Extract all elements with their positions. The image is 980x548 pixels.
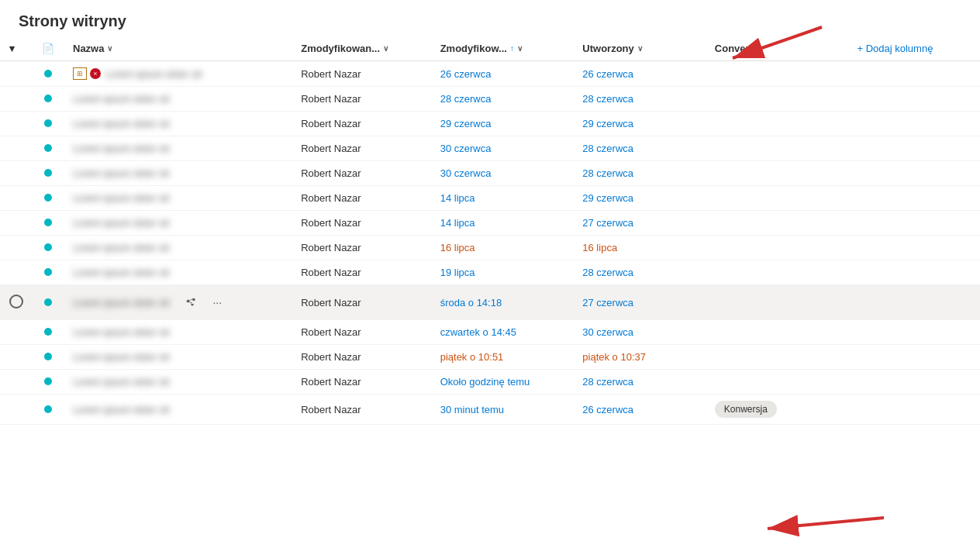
row-created-cell[interactable]: 28 czerwca: [573, 87, 706, 112]
row-created-cell[interactable]: 28 czerwca: [573, 370, 706, 395]
row-created-date[interactable]: 28 czerwca: [582, 93, 633, 105]
row-modified-date[interactable]: 30 minut temu: [440, 404, 504, 415]
page-layout-icon[interactable]: ⊞: [73, 67, 87, 80]
row-created-date[interactable]: 28 czerwca: [582, 167, 633, 179]
row-created-cell[interactable]: 26 czerwca: [573, 61, 706, 87]
row-created-cell[interactable]: 30 czerwca: [573, 320, 706, 345]
row-modified-date[interactable]: 28 czerwca: [440, 93, 492, 105]
convert-badge[interactable]: Konwersja: [715, 401, 777, 418]
row-modified-cell[interactable]: 30 czerwca: [431, 136, 574, 161]
header-modified[interactable]: Zmodyfikow... ↑ ∨: [431, 36, 574, 61]
row-checkbox[interactable]: [9, 295, 23, 308]
row-created-date[interactable]: 29 czerwca: [582, 192, 633, 204]
row-checkbox-cell: [0, 370, 33, 395]
row-convert-cell: [706, 345, 848, 370]
modified-col-label: Zmodyfikow...: [440, 43, 507, 54]
row-modified-cell[interactable]: 26 czerwca: [431, 61, 574, 87]
row-modified-cell[interactable]: 19 lipca: [431, 260, 574, 285]
row-modified-date[interactable]: piątek o 10:51: [440, 351, 504, 363]
header-modified-by[interactable]: Zmodyfikowan... ∨: [292, 36, 430, 61]
row-extra-cell: [847, 285, 980, 320]
modified-by-sort-icon: ∨: [383, 44, 388, 53]
row-modified-cell[interactable]: 14 lipca: [431, 186, 574, 211]
row-modified-cell[interactable]: 16 lipca: [431, 236, 574, 260]
row-status-cell: [33, 211, 64, 236]
more-options-button[interactable]: ···: [206, 291, 228, 313]
row-created-date[interactable]: 26 czerwca: [582, 68, 633, 80]
row-created-cell[interactable]: 29 czerwca: [573, 112, 706, 136]
row-modified-date[interactable]: 16 lipca: [440, 242, 475, 253]
row-created-cell[interactable]: 28 czerwca: [573, 161, 706, 186]
status-dot-icon: [44, 119, 52, 127]
row-modified-cell[interactable]: 29 czerwca: [431, 112, 574, 136]
row-modified-cell[interactable]: Około godzinę temu: [431, 370, 574, 395]
row-status-cell: [33, 61, 64, 87]
header-checkbox[interactable]: ▾: [0, 36, 33, 61]
row-extra-cell: [847, 370, 980, 395]
row-created-date[interactable]: piątek o 10:37: [582, 351, 646, 363]
row-modified-cell[interactable]: 30 minut temu: [431, 395, 574, 425]
row-modified-cell[interactable]: 28 czerwca: [431, 87, 574, 112]
row-name-cell: Lorem ipsum dolor sit: [64, 345, 292, 370]
row-created-date[interactable]: 27 czerwca: [582, 297, 633, 308]
file-icon: 📄: [42, 43, 54, 54]
row-created-date[interactable]: 28 czerwca: [582, 143, 633, 154]
row-created-date[interactable]: 29 czerwca: [582, 118, 633, 129]
row-modified-date[interactable]: 14 lipca: [440, 217, 475, 229]
row-name-text: Lorem ipsum dolor sit: [73, 217, 169, 229]
row-modified-by-cell: Robert Nazar: [292, 61, 430, 87]
row-modified-cell[interactable]: czwartek o 14:45: [431, 320, 574, 345]
row-name-cell: Lorem ipsum dolor sit···: [64, 285, 292, 320]
header-name[interactable]: Nazwa ∨: [64, 36, 292, 61]
row-modified-date[interactable]: 19 lipca: [440, 267, 475, 278]
row-name-text: Lorem ipsum dolor sit: [73, 192, 169, 204]
table-row: Lorem ipsum dolor sit···Robert Nazarśrod…: [0, 285, 980, 320]
header-add-column[interactable]: + Dodaj kolumnę: [847, 36, 980, 61]
row-name-text: Lorem ipsum dolor sit: [73, 118, 169, 129]
header-created[interactable]: Utworzony ∨: [573, 36, 706, 61]
row-created-cell[interactable]: 28 czerwca: [573, 260, 706, 285]
share-button[interactable]: [180, 291, 202, 313]
row-created-date[interactable]: 28 czerwca: [582, 376, 633, 388]
row-created-date[interactable]: 30 czerwca: [582, 326, 633, 338]
row-name-text: Lorem ipsum dolor sit: [73, 376, 169, 388]
row-created-cell[interactable]: 28 czerwca: [573, 136, 706, 161]
status-dot-icon: [44, 219, 52, 226]
row-modified-cell[interactable]: piątek o 10:51: [431, 345, 574, 370]
row-modified-date[interactable]: środa o 14:18: [440, 297, 502, 308]
row-modified-date[interactable]: 29 czerwca: [440, 118, 492, 129]
row-name-text: Lorem ipsum dolor sit: [73, 267, 169, 278]
row-extra-cell: [847, 260, 980, 285]
row-modified-cell[interactable]: 30 czerwca: [431, 161, 574, 186]
row-created-date[interactable]: 28 czerwca: [582, 267, 633, 278]
row-status-cell: [33, 136, 64, 161]
modified-sort-icon: ↑: [510, 44, 514, 53]
row-checkbox-cell: [0, 136, 33, 161]
row-modified-date[interactable]: 26 czerwca: [440, 68, 492, 80]
row-created-cell[interactable]: 16 lipca: [573, 236, 706, 260]
row-created-cell[interactable]: 27 czerwca: [573, 211, 706, 236]
row-created-cell[interactable]: 26 czerwca: [573, 395, 706, 425]
row-created-cell[interactable]: piątek o 10:37: [573, 345, 706, 370]
row-modified-date[interactable]: czwartek o 14:45: [440, 326, 516, 338]
row-modified-cell[interactable]: środa o 14:18: [431, 285, 574, 320]
row-convert-cell: [706, 320, 848, 345]
row-created-date[interactable]: 27 czerwca: [582, 217, 633, 229]
row-created-date[interactable]: 16 lipca: [582, 242, 617, 253]
row-modified-by-cell: Robert Nazar: [292, 136, 430, 161]
row-modified-date[interactable]: 30 czerwca: [440, 167, 492, 179]
row-convert-cell: [706, 161, 848, 186]
row-modified-date[interactable]: Około godzinę temu: [440, 376, 530, 388]
row-modified-date[interactable]: 14 lipca: [440, 192, 475, 204]
row-created-cell[interactable]: 29 czerwca: [573, 186, 706, 211]
row-created-date[interactable]: 26 czerwca: [582, 404, 633, 415]
row-extra-cell: [847, 211, 980, 236]
row-modified-date[interactable]: 30 czerwca: [440, 143, 492, 154]
page-close-icon[interactable]: ×: [90, 68, 101, 79]
header-convert[interactable]: Convert ∨: [706, 36, 848, 61]
row-extra-cell: [847, 186, 980, 211]
row-convert-cell[interactable]: Konwersja: [706, 395, 848, 425]
created-sort-icon: ∨: [637, 44, 643, 53]
row-modified-cell[interactable]: 14 lipca: [431, 211, 574, 236]
row-created-cell[interactable]: 27 czerwca: [573, 285, 706, 320]
